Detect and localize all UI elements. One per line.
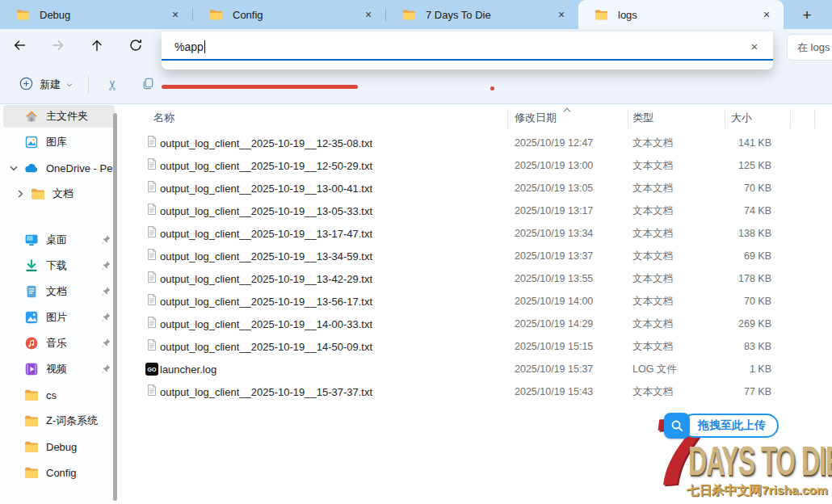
close-tab-icon[interactable]: × bbox=[359, 6, 377, 23]
tab-label: Debug bbox=[40, 9, 166, 21]
close-tab-icon[interactable]: × bbox=[758, 6, 775, 23]
file-row[interactable]: output_log_client__2025-10-19__13-42-29.… bbox=[121, 267, 832, 290]
file-date: 2025/10/19 14:29 bbox=[515, 318, 632, 330]
chevron-down-icon[interactable] bbox=[8, 162, 19, 174]
file-row[interactable]: output_log_client__2025-10-19__12-50-29.… bbox=[121, 154, 832, 177]
column-divider[interactable] bbox=[628, 109, 628, 128]
column-header-size[interactable]: 大小 bbox=[731, 111, 771, 125]
sidebar-item[interactable]: 主文件夹 bbox=[3, 105, 115, 128]
explorer-tab[interactable]: logs× bbox=[578, 0, 784, 29]
sidebar-item[interactable]: 下载 bbox=[3, 254, 115, 277]
command-toolbar: 新建 ✂ bbox=[0, 66, 832, 103]
address-bar-input[interactable]: %app × bbox=[162, 34, 773, 61]
file-row[interactable]: output_log_client__2025-10-19__14-00-33.… bbox=[121, 313, 832, 335]
column-divider[interactable] bbox=[725, 109, 725, 128]
forward-button[interactable] bbox=[45, 34, 71, 60]
sidebar-item-label: Debug bbox=[46, 441, 115, 453]
file-row[interactable]: output_log_client__2025-10-19__13-34-59.… bbox=[121, 245, 832, 267]
explorer-tab[interactable]: 7 Days To Die× bbox=[386, 0, 578, 29]
sidebar-item[interactable]: Debug bbox=[3, 435, 115, 458]
column-divider[interactable] bbox=[507, 109, 508, 128]
file-row[interactable]: output_log_client__2025-10-19__12-35-08.… bbox=[121, 132, 832, 154]
upload-button[interactable]: 拖拽至此上传 bbox=[664, 413, 779, 439]
close-tab-icon[interactable]: × bbox=[553, 6, 570, 23]
new-button[interactable]: 新建 bbox=[13, 72, 80, 99]
file-date: 2025/10/19 15:15 bbox=[515, 341, 632, 352]
folder-icon bbox=[402, 9, 416, 20]
file-date: 2025/10/19 12:47 bbox=[515, 137, 632, 149]
gallery-icon bbox=[24, 135, 39, 149]
download-icon bbox=[24, 258, 39, 273]
explorer-tab[interactable]: Debug× bbox=[0, 0, 192, 29]
home-icon bbox=[24, 109, 39, 124]
file-rows: output_log_client__2025-10-19__12-35-08.… bbox=[121, 132, 832, 403]
sidebar-item-label: 图片 bbox=[46, 310, 100, 325]
sidebar-item[interactable]: cs bbox=[3, 384, 115, 406]
column-header-name[interactable]: 名称 bbox=[153, 111, 515, 125]
file-type: 文本文档 bbox=[632, 227, 731, 241]
file-row[interactable]: output_log_client__2025-10-19__15-37-37.… bbox=[121, 380, 832, 403]
sidebar-item[interactable]: Z-词条系统 bbox=[3, 410, 115, 432]
red-dot-annotation bbox=[490, 86, 494, 90]
close-tab-icon[interactable]: × bbox=[166, 6, 184, 23]
file-type: 文本文档 bbox=[632, 250, 731, 263]
sidebar-item[interactable]: 音乐 bbox=[3, 332, 115, 355]
file-type: 文本文档 bbox=[632, 317, 731, 331]
column-divider[interactable] bbox=[790, 109, 791, 128]
sidebar-item-label: 文档 bbox=[46, 284, 100, 299]
file-type: 文本文档 bbox=[632, 204, 731, 218]
new-tab-button[interactable]: + bbox=[795, 3, 819, 27]
logo-days-to-die: DAYS TO DIE bbox=[688, 439, 832, 485]
txt-file-icon bbox=[146, 338, 158, 355]
sidebar-item-label: cs bbox=[46, 389, 115, 401]
cut-button[interactable]: ✂ bbox=[99, 72, 126, 98]
file-row[interactable]: output_log_client__2025-10-19__14-50-09.… bbox=[121, 335, 832, 358]
file-size: 125 KB bbox=[731, 160, 771, 171]
explorer-tab[interactable]: Config× bbox=[193, 0, 385, 29]
refresh-button[interactable] bbox=[123, 34, 149, 60]
file-row[interactable]: output_log_client__2025-10-19__13-05-33.… bbox=[121, 200, 832, 222]
pin-icon bbox=[100, 338, 111, 349]
sidebar-item[interactable]: 图库 bbox=[3, 131, 115, 153]
column-divider[interactable] bbox=[814, 109, 815, 128]
sidebar-item[interactable]: Config bbox=[3, 461, 115, 484]
file-row[interactable]: output_log_client__2025-10-19__13-17-47.… bbox=[121, 222, 832, 245]
onedrive-icon bbox=[24, 161, 39, 175]
txt-file-icon bbox=[146, 180, 158, 196]
search-input[interactable]: 在 logs 中搜索 bbox=[787, 34, 832, 61]
sidebar-item[interactable]: 文档 bbox=[3, 280, 115, 303]
sidebar-scrollbar[interactable] bbox=[113, 113, 117, 501]
search-upload-icon bbox=[664, 413, 690, 439]
column-header-date[interactable]: 修改日期 bbox=[515, 111, 632, 125]
back-button[interactable] bbox=[6, 34, 32, 60]
sidebar-item[interactable]: 文档 bbox=[3, 183, 115, 205]
upload-button-label: 拖拽至此上传 bbox=[682, 414, 779, 438]
sidebar-item[interactable]: OneDrive - Per bbox=[3, 157, 115, 179]
folder-icon bbox=[16, 9, 30, 20]
sidebar-item-label: 桌面 bbox=[46, 233, 100, 247]
file-row[interactable]: GOlauncher.log2025/10/19 15:37LOG 文件1 KB bbox=[121, 358, 832, 380]
file-name: launcher.log bbox=[160, 363, 515, 376]
up-arrow-icon bbox=[90, 38, 104, 56]
sidebar-item-label: Z-词条系统 bbox=[46, 414, 115, 428]
file-row[interactable]: output_log_client__2025-10-19__13-56-17.… bbox=[121, 290, 832, 313]
sidebar-item[interactable]: 视频 bbox=[3, 358, 115, 380]
go-file-icon: GO bbox=[145, 363, 158, 376]
file-date: 2025/10/19 13:05 bbox=[515, 183, 632, 194]
copy-button[interactable] bbox=[134, 72, 162, 98]
column-header-type[interactable]: 类型 bbox=[632, 111, 731, 125]
file-size: 74 KB bbox=[731, 205, 771, 216]
sidebar-item-label: OneDrive - Per bbox=[46, 162, 115, 174]
folder-icon bbox=[24, 414, 39, 428]
sidebar-item[interactable]: 图片 bbox=[3, 306, 115, 329]
up-button[interactable] bbox=[84, 34, 110, 60]
file-row[interactable]: output_log_client__2025-10-19__13-00-41.… bbox=[121, 177, 832, 200]
chevron-right-icon[interactable] bbox=[15, 188, 26, 200]
file-name: output_log_client__2025-10-19__13-42-29.… bbox=[160, 273, 515, 285]
clear-address-icon[interactable]: × bbox=[746, 38, 763, 56]
txt-file-icon bbox=[146, 203, 158, 219]
sidebar-item[interactable]: 桌面 bbox=[3, 229, 115, 251]
file-type: 文本文档 bbox=[632, 272, 731, 286]
file-size: 138 KB bbox=[731, 228, 771, 239]
file-name: output_log_client__2025-10-19__13-00-41.… bbox=[160, 183, 515, 195]
